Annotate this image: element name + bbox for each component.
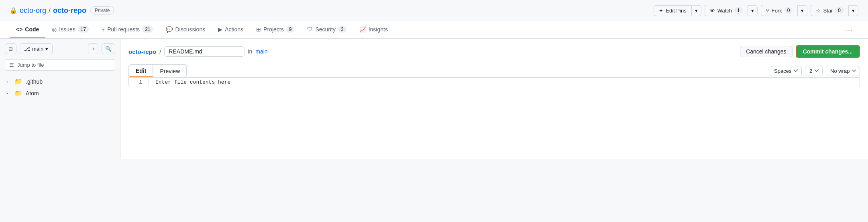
fork-button[interactable]: ⑂ Fork 0 (761, 5, 798, 16)
cancel-changes-button[interactable]: Cancel changes (740, 46, 792, 57)
panel-toggle-icon: ⊟ (8, 46, 13, 52)
star-dropdown[interactable]: ▾ (848, 5, 858, 16)
tab-code[interactable]: <> Code (10, 21, 45, 38)
editor-header: octo-repo / in main Cancel changes Commi… (128, 45, 860, 58)
branch-icon: ⎇ (24, 46, 30, 52)
edit-pins-dropdown[interactable]: ▾ (691, 5, 701, 16)
tab-code-label: Code (25, 26, 39, 33)
main-content: ⊟ ⎇ main ▾ + 🔍 ☰ Jump to file › (0, 39, 868, 159)
tab-security-label: Security (315, 26, 336, 33)
lock-icon: 🔒 (10, 7, 17, 14)
top-bar: 🔒 octo-org / octo-repo Private ✦ Edit Pi… (0, 0, 868, 21)
file-name: .github (26, 78, 43, 85)
editor-actions: Cancel changes Commit changes... (740, 45, 860, 58)
file-name: Atom (26, 90, 39, 97)
branch-link[interactable]: main (255, 48, 267, 55)
watch-button[interactable]: 👁 Watch 1 (705, 5, 748, 16)
edit-pins-button[interactable]: ✦ Edit Pins (654, 5, 691, 16)
tab-pull-requests[interactable]: ⑂ Pull requests 21 (95, 21, 159, 38)
top-actions: ✦ Edit Pins ▾ 👁 Watch 1 ▾ ⑂ Fork 0 ▾ (654, 5, 858, 16)
tab-projects-label: Projects (263, 26, 284, 33)
breadcrumb-repo-link[interactable]: octo-repo (128, 48, 156, 55)
folder-icon: 📁 (14, 89, 22, 97)
filter-icon: ☰ (9, 62, 14, 68)
edit-tab-group: Edit Preview (128, 64, 187, 77)
panel-toggle-button[interactable]: ⊟ (5, 43, 16, 54)
edit-tabs-row: Edit Preview Spaces 2 No wrap (128, 64, 860, 77)
projects-badge: 9 (286, 26, 295, 33)
editor-panel: octo-repo / in main Cancel changes Commi… (120, 39, 868, 159)
jump-to-file[interactable]: ☰ Jump to file (5, 59, 115, 71)
add-icon: + (92, 46, 95, 52)
star-button[interactable]: ☆ Star 0 (811, 5, 848, 16)
tab-issues-label: Issues (59, 26, 75, 33)
search-icon: 🔍 (105, 46, 112, 52)
watch-group: 👁 Watch 1 ▾ (705, 5, 758, 16)
breadcrumb-separator: / (49, 6, 51, 15)
chevron-right-icon: › (6, 91, 11, 96)
watch-label: Watch (717, 8, 732, 14)
tab-pr-label: Pull requests (107, 26, 140, 33)
list-item[interactable]: › 📁 .github (0, 76, 120, 87)
search-file-button[interactable]: 🔍 (102, 43, 115, 54)
star-group: ☆ Star 0 ▾ (811, 5, 858, 16)
jump-to-file-label: Jump to file (17, 62, 44, 68)
fork-count: 0 (784, 7, 793, 14)
wrap-select[interactable]: No wrap (826, 66, 860, 76)
editor-line: 1 Enter file contents here (129, 78, 860, 87)
in-label: in (248, 48, 252, 55)
edit-pins-label: Edit Pins (666, 8, 686, 14)
tab-security[interactable]: 🛡 Security 3 (301, 21, 352, 38)
fork-group: ⑂ Fork 0 ▾ (761, 5, 808, 16)
sidebar: ⊟ ⎇ main ▾ + 🔍 ☰ Jump to file › (0, 39, 120, 159)
indent-select[interactable]: 2 (805, 66, 823, 76)
branch-dropdown-icon: ▾ (45, 46, 48, 52)
preview-tab[interactable]: Preview (153, 65, 187, 77)
issues-badge: 17 (78, 26, 89, 33)
nav-more-button[interactable]: ··· (840, 23, 858, 37)
private-badge: Private (90, 6, 114, 14)
eye-icon: 👁 (710, 8, 715, 14)
line-number: 1 (129, 79, 149, 85)
org-link[interactable]: octo-org (20, 6, 46, 15)
issues-icon: ◎ (52, 26, 57, 33)
branch-name: main (32, 46, 43, 52)
spaces-select[interactable]: Spaces (770, 66, 802, 76)
watch-dropdown[interactable]: ▾ (748, 5, 758, 16)
pin-icon: ✦ (659, 8, 663, 14)
fork-dropdown[interactable]: ▾ (797, 5, 807, 16)
tab-actions[interactable]: ▶ Actions (212, 21, 250, 38)
tab-discussions-label: Discussions (175, 26, 205, 33)
fork-label: Fork (772, 8, 782, 14)
projects-icon: ⊞ (256, 26, 261, 33)
tab-insights-label: Insights (369, 26, 388, 33)
repo-link[interactable]: octo-repo (53, 6, 86, 15)
file-name-input[interactable] (164, 46, 245, 57)
star-count: 0 (835, 7, 844, 14)
tab-discussions[interactable]: 💬 Discussions (159, 21, 212, 38)
tab-insights[interactable]: 📈 Insights (353, 21, 394, 38)
fork-icon: ⑂ (766, 8, 769, 14)
sidebar-toolbar: ⊟ ⎇ main ▾ + 🔍 (0, 43, 120, 59)
tab-issues[interactable]: ◎ Issues 17 (45, 21, 95, 38)
line-content: Enter file contents here (155, 79, 230, 85)
commit-changes-button[interactable]: Commit changes... (796, 45, 860, 58)
actions-icon: ▶ (218, 26, 222, 33)
branch-selector[interactable]: ⎇ main ▾ (20, 43, 53, 54)
breadcrumb-sep: / (159, 48, 161, 55)
insights-icon: 📈 (359, 26, 366, 33)
security-badge: 3 (338, 26, 346, 33)
editor-options: Spaces 2 No wrap (770, 66, 860, 76)
edit-tab[interactable]: Edit (129, 65, 153, 77)
tab-actions-label: Actions (225, 26, 243, 33)
editor-area[interactable]: 1 Enter file contents here (128, 77, 860, 87)
pr-icon: ⑂ (102, 26, 105, 33)
tab-projects[interactable]: ⊞ Projects 9 (250, 21, 301, 38)
pr-badge: 21 (142, 26, 153, 33)
add-file-button[interactable]: + (88, 43, 98, 54)
chevron-right-icon: › (6, 79, 11, 84)
list-item[interactable]: › 📁 Atom (0, 87, 120, 99)
nav-tabs: <> Code ◎ Issues 17 ⑂ Pull requests 21 💬… (0, 21, 868, 39)
sidebar-actions: + 🔍 (88, 43, 115, 54)
repo-title: 🔒 octo-org / octo-repo Private (10, 6, 114, 15)
